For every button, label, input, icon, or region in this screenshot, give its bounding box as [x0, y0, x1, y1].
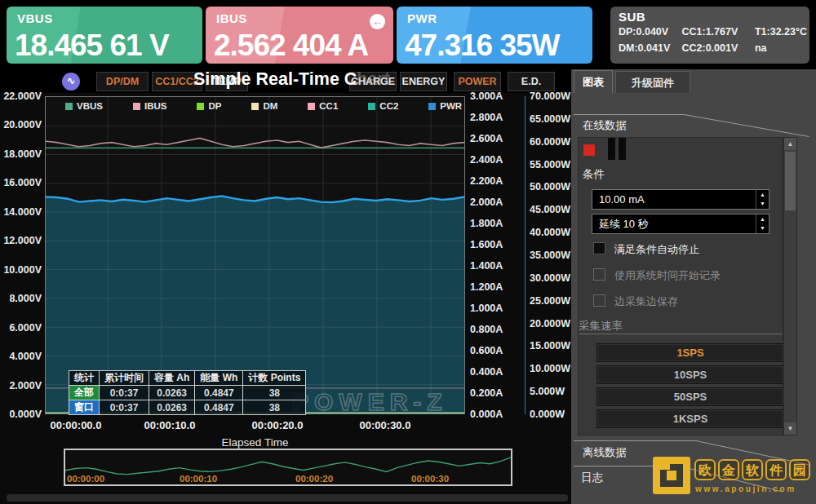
power-tick-label: 25.000W [530, 295, 570, 307]
sub-dp: DP:0.040V [619, 26, 679, 38]
tab-charge[interactable]: CHARGE [349, 72, 397, 91]
power-tick-label: 55.000W [530, 159, 570, 170]
tab-e-d-[interactable]: E.D. [508, 72, 555, 91]
mini-timeline-chart[interactable]: 00:00:0000:00:1000:00:2000:00:30 [64, 449, 512, 486]
power-tick-label: 20.000W [530, 318, 570, 329]
stats-row-name: 全部 [69, 386, 100, 400]
mini-chart-line [65, 458, 511, 475]
voltage-tick-label: 20.000V [1, 119, 42, 130]
time-tick-label: 00:00:30.0 [340, 419, 430, 431]
stats-header: 计数 Points [243, 371, 306, 386]
legend-item-dp: DP [197, 101, 221, 111]
scrollbar-thumb[interactable] [785, 152, 796, 210]
horizontal-scrollbar[interactable] [7, 494, 568, 502]
current-tick-label: 2.200A [470, 175, 503, 187]
power-tick-label: 50.000W [530, 181, 570, 192]
stats-header: 容量 Ah [149, 371, 195, 386]
mini-time-label: 00:00:30 [411, 474, 449, 484]
log-header[interactable]: 日志 [581, 471, 603, 485]
stats-cell: 0:0:37 [100, 386, 149, 400]
pwr-label: PWR [407, 11, 437, 25]
tab-dp-dm[interactable]: DP/DM [96, 72, 149, 91]
power-tick-label: 35.000W [530, 250, 570, 261]
spinner-arrows-icon[interactable]: ▲▼ [756, 190, 769, 209]
vbus-panel[interactable]: VBUS 18.465 61 V [7, 7, 202, 64]
autostop-checkbox[interactable] [593, 242, 605, 254]
power-tick-label: 60.000W [530, 136, 570, 148]
plot-area[interactable] [45, 96, 465, 414]
power-tick-label: 30.000W [530, 272, 570, 284]
legend-swatch [368, 103, 375, 110]
duration-value: 延续 10 秒 [599, 218, 649, 230]
legend-swatch [133, 103, 140, 110]
current-tick-label: 1.600A [470, 239, 503, 250]
power-tick-label: 15.000W [530, 340, 570, 351]
site-name-char: 园 [789, 459, 810, 480]
sub-row-1: DP:0.040V CC1:1.767V T1:32.23°C [619, 26, 807, 38]
current-threshold-value: 10.00 mA [599, 193, 645, 206]
site-name-char: 件 [765, 459, 787, 480]
sub-dm: DM:0.041V [619, 42, 679, 54]
legend-item-cc2: CC2 [368, 101, 398, 111]
pause-bar-icon[interactable] [619, 138, 626, 160]
legend-swatch [251, 103, 259, 110]
vbus-value: 18.465 61 V [15, 29, 169, 63]
voltage-tick-label: 14.000V [1, 206, 42, 218]
waveform-app-icon[interactable]: ∿ [62, 73, 80, 91]
legend-item-vbus: VBUS [65, 101, 103, 111]
voltage-tick-label: 22.000V [1, 91, 42, 102]
pwr-line [46, 196, 464, 202]
systime-label: 使用系统时间开始记录 [614, 268, 721, 283]
tab-chart[interactable]: 图表 [574, 70, 613, 93]
chart-region: VBUSIBUSDPDMCC1CC2PWR 22.000V20.000V18.0… [0, 93, 571, 504]
duration-spinner[interactable]: 延续 10 秒 ▲▼ [592, 214, 769, 234]
site-logo-icon [653, 457, 690, 494]
site-url: www.apoujin.com [695, 484, 796, 493]
tab-cc1-cc2[interactable]: CC1/CC2 [152, 72, 202, 91]
sub-panel[interactable]: SUB DP:0.040V CC1:1.767V T1:32.23°C DM:0… [610, 7, 809, 64]
power-tick-label: 0.000W [530, 409, 565, 420]
savewhile-checkbox[interactable] [593, 294, 605, 307]
current-tick-label: 1.000A [470, 303, 503, 314]
power-tick-label: 10.000W [530, 363, 570, 374]
sps-button-1ksps[interactable]: 1KSPS [596, 409, 784, 428]
sps-button-1sps[interactable]: 1SPS [596, 343, 784, 362]
legend-swatch [428, 103, 436, 110]
voltage-tick-label: 8.000V [1, 293, 42, 304]
ibus-panel[interactable]: IBUS ← 2.562 404 A [206, 7, 393, 64]
offline-data-header[interactable]: 离线数据 [583, 445, 627, 460]
legend-item-dm: DM [251, 101, 277, 111]
current-threshold-spinner[interactable]: 10.00 mA ▲▼ [592, 189, 769, 210]
sps-button-50sps[interactable]: 50SPS [596, 387, 784, 406]
legend-item-pwr: PWR [428, 101, 462, 111]
current-tick-label: 2.600A [470, 133, 503, 144]
vertical-scrollbar[interactable]: ▲ ▼ [783, 137, 797, 435]
voltage-tick-label: 6.000V [1, 322, 42, 334]
legend-item-ibus: IBUS [133, 101, 166, 111]
site-name-char: 欧 [694, 459, 716, 480]
online-data-header: 在线数据 [583, 118, 627, 133]
tab-temp[interactable]: TEMP [206, 72, 248, 91]
systime-checkbox[interactable] [593, 268, 605, 281]
scroll-down-icon[interactable]: ▼ [784, 422, 796, 435]
legend-label: DP [208, 101, 221, 111]
app-window: VBUS 18.465 61 V IBUS ← 2.562 404 A PWR … [0, 0, 816, 504]
rate-group-line [579, 334, 783, 334]
spinner-arrows-icon[interactable]: ▲▼ [756, 214, 769, 233]
stop-record-button[interactable] [583, 144, 595, 156]
stats-cell: 0.0263 [149, 400, 195, 415]
tab-energy[interactable]: ENERGY [400, 72, 447, 91]
tab-firmware[interactable]: 升级固件 [615, 71, 690, 93]
scroll-up-icon[interactable]: ▲ [784, 138, 796, 150]
back-arrow-icon[interactable]: ← [370, 14, 385, 29]
power-tick-label: 5.000W [530, 386, 565, 397]
pause-bar-icon[interactable] [608, 138, 615, 160]
vbus-label: VBUS [17, 11, 53, 25]
side-panel: 图表 升级固件 在线数据 条件 10.00 mA ▲▼ 延续 10 秒 ▲▼ 满… [571, 69, 816, 504]
stats-cell: 0.4847 [195, 386, 243, 400]
stats-cell: 38 [243, 400, 306, 415]
power-tick-label: 45.000W [530, 204, 570, 215]
sps-button-10sps[interactable]: 10SPS [596, 365, 784, 384]
tab-power[interactable]: POWER [454, 72, 501, 91]
pwr-panel[interactable]: PWR 47.316 35W [397, 7, 592, 64]
